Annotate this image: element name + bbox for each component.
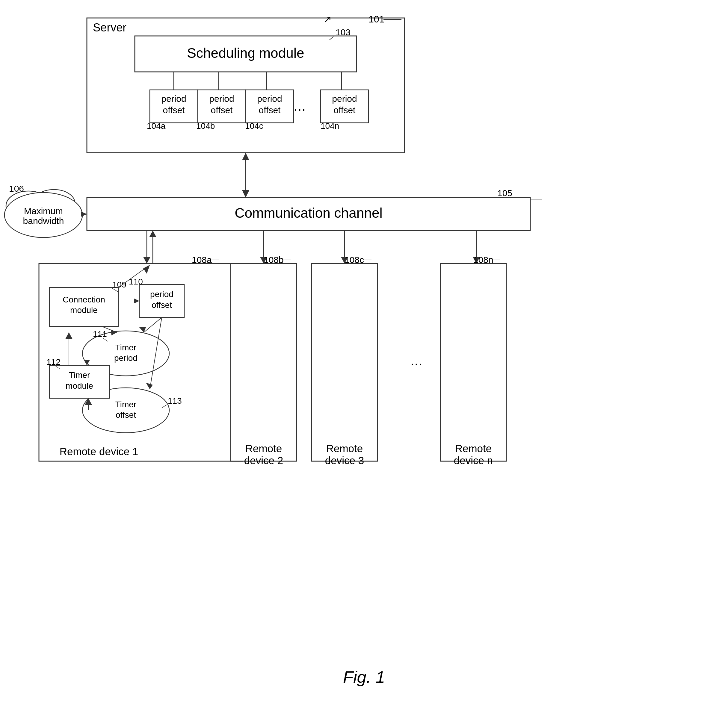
- ref113-label: 113: [168, 396, 182, 406]
- svg-marker-15: [242, 190, 249, 198]
- ref105-label: 105: [497, 188, 512, 198]
- period-104n: period: [332, 94, 357, 104]
- ref103-label: 103: [335, 27, 350, 37]
- offset-104n: offset: [334, 105, 356, 115]
- max-bw-line1: Maximum: [24, 206, 63, 216]
- comm-channel-text: Communication channel: [235, 205, 382, 221]
- server-label: Server: [93, 21, 127, 34]
- ref108n-label: 108n: [473, 255, 493, 265]
- period-110: period: [150, 290, 173, 299]
- ref112-label: 112: [46, 357, 61, 366]
- ref108b-label: 108b: [264, 255, 284, 265]
- svg-text:↗: ↗: [324, 14, 332, 24]
- ref106-label: 106: [9, 183, 24, 194]
- offset-104b: offset: [211, 105, 233, 115]
- svg-marker-24: [81, 211, 87, 217]
- timer-offset-line2: offset: [116, 410, 136, 420]
- conn-module-line1: Connection: [63, 295, 105, 304]
- timer-module-line2: module: [66, 381, 93, 391]
- ref111-label: 111: [93, 330, 107, 339]
- svg-text:device 2: device 2: [244, 455, 283, 466]
- offset-104c: offset: [259, 105, 281, 115]
- timer-period-line1: Timer: [115, 343, 137, 352]
- ref104n-label: 104n: [321, 121, 339, 131]
- svg-rect-62: [231, 264, 297, 461]
- conn-module-line2: module: [70, 305, 98, 315]
- ref104c-label: 104c: [245, 121, 263, 131]
- svg-marker-26: [143, 257, 150, 264]
- remote-device-2-text: Remote: [245, 443, 282, 454]
- max-bw-line2: bandwidth: [23, 216, 64, 226]
- fig-label: Fig. 1: [343, 667, 385, 686]
- timer-offset-line1: Timer: [115, 400, 137, 409]
- period-104b: period: [209, 94, 234, 104]
- ref109-label: 109: [112, 280, 127, 289]
- remote-device-n-text: Remote: [455, 443, 492, 454]
- dots-top-label: ...: [294, 98, 306, 114]
- svg-text:device n: device n: [454, 455, 493, 466]
- period-104a: period: [161, 94, 186, 104]
- offset-104a: offset: [163, 105, 185, 115]
- svg-rect-68: [440, 264, 506, 461]
- ref101-label: 101: [369, 14, 384, 24]
- ref108a-label: 108a: [192, 255, 212, 265]
- ref108c-label: 108c: [344, 255, 364, 265]
- diagram-container: Server 101 ↗ Scheduling module 103 perio…: [0, 0, 728, 719]
- offset-110: offset: [151, 300, 172, 310]
- ref104b-label: 104b: [196, 121, 215, 131]
- ref104a-label: 104a: [147, 121, 166, 131]
- timer-module-line1: Timer: [69, 371, 90, 380]
- svg-marker-28: [149, 231, 156, 237]
- remote-device-3-text: Remote: [326, 443, 363, 454]
- svg-rect-65: [312, 264, 378, 461]
- period-104c: period: [257, 94, 282, 104]
- remote-device-1-text: Remote device 1: [60, 446, 138, 457]
- svg-text:device 3: device 3: [325, 455, 364, 466]
- scheduling-module-text: Scheduling module: [187, 45, 304, 61]
- dots-bottom-label: ...: [410, 353, 422, 368]
- timer-period-line2: period: [114, 353, 138, 363]
- svg-marker-14: [242, 153, 249, 160]
